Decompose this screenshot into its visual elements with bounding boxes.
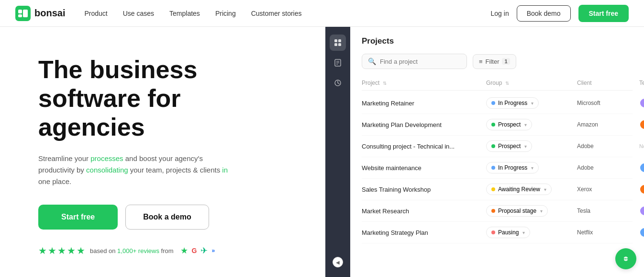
svg-point-16 — [627, 258, 628, 260]
svg-rect-4 — [334, 39, 337, 42]
hero-buttons: Start free Book a demo — [38, 205, 287, 230]
avatar — [639, 98, 644, 108]
filter-icon: ≡ — [479, 58, 483, 65]
chevron-down-icon: ▾ — [522, 230, 525, 235]
bonsai-logo-icon — [15, 6, 31, 21]
svg-rect-1 — [18, 10, 22, 13]
group-badge[interactable]: In Progress ▾ — [486, 97, 539, 109]
nav-use-cases[interactable]: Use cases — [123, 10, 154, 17]
chevron-down-icon: ▾ — [544, 187, 546, 192]
book-demo-hero-button[interactable]: Book a demo — [125, 205, 209, 230]
status-dot — [491, 166, 495, 170]
panel-title: Projects — [362, 36, 633, 46]
filter-count: 1 — [502, 58, 510, 65]
group-label: Awaiting Review — [498, 186, 540, 193]
table-header: Project ⇅ Group ⇅ Client Team — [362, 77, 633, 91]
status-dot — [491, 123, 495, 127]
group-cell: Pausing ▾ — [486, 227, 577, 238]
group-label: Prospect — [498, 143, 521, 150]
start-free-nav-button[interactable]: Start free — [578, 5, 629, 22]
reviews-section: ★ ★ ★ ★ ★ based on 1,000+ reviews from ★… — [38, 245, 287, 256]
group-cell: In Progress ▾ — [486, 162, 577, 173]
project-name: Marketing Plan Development — [362, 121, 486, 128]
hero-title: The business software for agencies — [38, 56, 287, 141]
star-3: ★ — [57, 245, 66, 256]
table-body: Marketing Retainer In Progress ▾ Microso… — [362, 92, 633, 243]
group-badge[interactable]: Pausing ▾ — [486, 227, 530, 238]
table-row: Marketing Retainer In Progress ▾ Microso… — [362, 92, 633, 114]
search-input[interactable] — [380, 58, 456, 65]
main-content: The business software for agencies Strea… — [0, 27, 644, 277]
table-row: Website maintenance In Progress ▾ Adobe — [362, 157, 633, 179]
sidebar-icon-doc[interactable] — [330, 55, 346, 71]
search-box[interactable]: 🔍 — [362, 54, 467, 69]
nav-pricing[interactable]: Pricing — [215, 10, 236, 17]
nav-customer-stories[interactable]: Customer stories — [251, 10, 302, 17]
getapp-icon: » — [211, 247, 215, 254]
start-free-button[interactable]: Start free — [38, 205, 118, 230]
no-members: No Memb... — [639, 143, 644, 149]
status-dot — [491, 209, 495, 213]
chat-bubble-button[interactable] — [615, 248, 636, 269]
group-badge[interactable]: Prospect ▾ — [486, 119, 532, 130]
project-name: Market Research — [362, 208, 486, 215]
sort-project-icon: ⇅ — [383, 81, 387, 86]
grid-icon — [333, 38, 342, 47]
table-row: Marketing Plan Development Prospect ▾ Am… — [362, 114, 633, 136]
svg-point-15 — [625, 258, 627, 260]
sidebar-collapse-button[interactable]: ◀ — [333, 257, 343, 267]
logo-text: bonsai — [34, 8, 65, 19]
sidebar-icon-grid[interactable] — [330, 35, 346, 51]
star-4: ★ — [67, 245, 76, 256]
sort-group-icon: ⇅ — [505, 81, 509, 86]
panel-toolbar: 🔍 ≡ Filter 1 — [362, 54, 633, 69]
table-row: Marketing Strategy Plan Pausing ▾ Netfli… — [362, 222, 633, 243]
team-avatars — [639, 162, 644, 173]
chevron-down-icon: ▾ — [524, 144, 527, 149]
group-cell: In Progress ▾ — [486, 97, 577, 109]
group-badge[interactable]: In Progress ▾ — [486, 162, 539, 173]
app-sidebar — [325, 27, 350, 277]
filter-button[interactable]: ≡ Filter 1 — [473, 54, 516, 69]
book-demo-button[interactable]: Book demo — [517, 5, 571, 22]
client-name: Xerox — [577, 186, 639, 193]
svg-point-14 — [623, 258, 625, 260]
app-panel: Projects 🔍 ≡ Filter 1 Project ⇅ G — [325, 27, 644, 277]
group-badge[interactable]: Awaiting Review ▾ — [486, 184, 552, 195]
team-avatars — [639, 119, 644, 130]
team-avatars — [639, 184, 644, 195]
project-name: Marketing Strategy Plan — [362, 229, 486, 236]
status-dot — [491, 144, 495, 148]
client-name: Microsoft — [577, 100, 639, 106]
nav-templates[interactable]: Templates — [169, 10, 200, 17]
group-label: In Progress — [498, 164, 527, 171]
login-button[interactable]: Log in — [491, 10, 509, 17]
group-cell: Awaiting Review ▾ — [486, 184, 577, 195]
avatar — [639, 162, 644, 173]
navbar: bonsai Product Use cases Templates Prici… — [0, 0, 644, 27]
trustpilot-icon: ✈ — [200, 245, 208, 256]
sidebar-icon-clock[interactable] — [330, 75, 346, 91]
client-name: Netflix — [577, 229, 639, 236]
logo[interactable]: bonsai — [15, 6, 65, 21]
avatar — [639, 227, 644, 238]
group-cell: Proposal stage ▾ — [486, 205, 577, 217]
search-icon: 🔍 — [368, 58, 376, 65]
project-name: Consulting project - Technical in... — [362, 143, 486, 150]
status-dot — [491, 101, 495, 105]
navbar-left: bonsai Product Use cases Templates Prici… — [15, 6, 301, 21]
project-name: Marketing Retainer — [362, 100, 486, 107]
group-badge[interactable]: Prospect ▾ — [486, 140, 532, 152]
col-header-client: Client — [577, 80, 639, 86]
group-badge[interactable]: Proposal stage ▾ — [486, 205, 548, 217]
status-dot — [491, 187, 495, 191]
group-label: In Progress — [498, 100, 527, 106]
nav-product[interactable]: Product — [84, 10, 107, 17]
table-row: Market Research Proposal stage ▾ Tesla — [362, 200, 633, 222]
table-row: Consulting project - Technical in... Pro… — [362, 136, 633, 157]
hero-section: The business software for agencies Strea… — [0, 27, 325, 277]
client-name: Amazon — [577, 121, 639, 128]
client-name: Adobe — [577, 143, 639, 150]
clock-icon — [333, 79, 342, 87]
group-cell: Prospect ▾ — [486, 119, 577, 130]
